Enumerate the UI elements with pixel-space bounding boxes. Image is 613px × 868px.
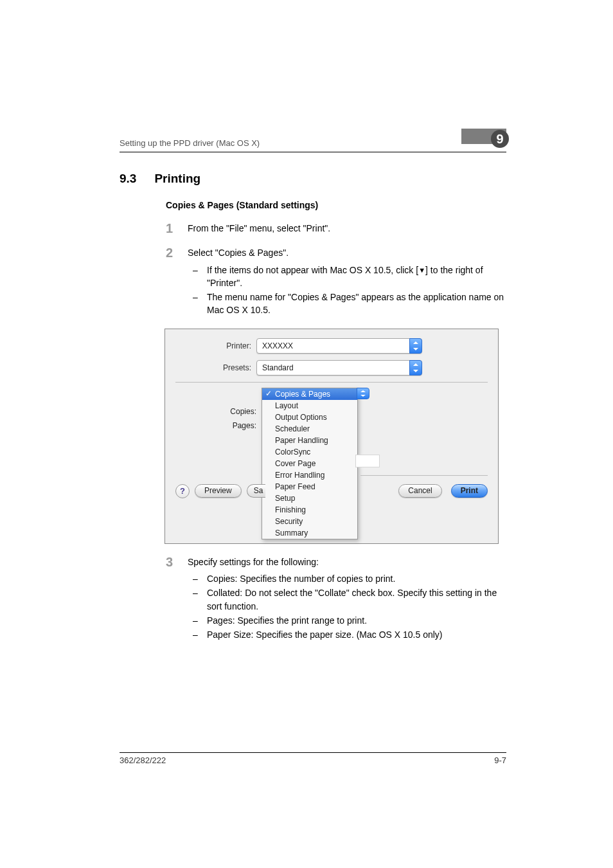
section-title: Printing <box>154 172 200 186</box>
menu-item-scheduler[interactable]: Scheduler <box>262 423 357 435</box>
printer-label: Printer: <box>175 341 256 350</box>
content-area: Setting up the PPD driver (Mac OS X) 9 9… <box>120 129 506 653</box>
help-button[interactable]: ? <box>175 484 190 498</box>
header-rule <box>120 152 506 152</box>
panel-divider-lower <box>360 475 488 476</box>
menu-item-colorsync[interactable]: ColorSync <box>262 446 357 458</box>
section-number: 9.3 <box>120 172 136 186</box>
presets-value: Standard <box>262 363 294 372</box>
step-3-number: 3 <box>166 553 173 572</box>
panel-body: Copies: Pages: Copies & Pages Layout Out… <box>175 388 488 536</box>
panel-divider <box>175 382 488 383</box>
running-header: Setting up the PPD driver (Mac OS X) 9 <box>120 129 506 148</box>
pages-label: Pages: <box>175 420 256 431</box>
step-1-number: 1 <box>166 219 173 238</box>
step-3-text: Specify settings for the following: <box>188 557 319 567</box>
printer-value: XXXXXX <box>262 341 293 350</box>
step-2-sub-2: The menu name for "Copies & Pages" appea… <box>188 291 506 317</box>
running-header-text: Setting up the PPD driver (Mac OS X) <box>120 138 260 148</box>
chapter-number: 9 <box>491 130 509 148</box>
step-2-number: 2 <box>166 244 173 262</box>
panel-labels: Copies: Pages: <box>175 406 256 431</box>
pane-select-cap <box>357 388 369 399</box>
stepper-icon <box>357 388 369 399</box>
step-3: 3 Specify settings for the following: Co… <box>166 556 506 642</box>
menu-item-cover-page[interactable]: Cover Page <box>262 458 357 469</box>
step-2: 2 Select "Copies & Pages". If the items … <box>166 246 506 316</box>
step-3-sub-2: Collated: Do not select the "Collate" ch… <box>188 586 506 613</box>
menu-item-error-handling[interactable]: Error Handling <box>262 469 357 481</box>
presets-row: Presets: Standard <box>175 360 488 375</box>
menu-item-copies-and-pages[interactable]: Copies & Pages <box>262 388 357 400</box>
step-2-sub-1: If the items do not appear with Mac OS X… <box>188 264 506 290</box>
step-3-sublist: Copies: Specifies the number of copies t… <box>188 572 506 641</box>
step-3-sub-3: Pages: Specifies the print range to prin… <box>188 614 506 627</box>
subsection-heading: Copies & Pages (Standard settings) <box>166 200 506 210</box>
footer-right: 9-7 <box>494 755 506 765</box>
stepper-icon <box>409 338 422 354</box>
step-2-sublist: If the items do not appear with Mac OS X… <box>188 264 506 317</box>
menu-item-setup[interactable]: Setup <box>262 493 357 504</box>
step-1-text: From the "File" menu, select "Print". <box>188 223 330 233</box>
dialog-bottom-right: Cancel Print <box>398 484 488 498</box>
print-button[interactable]: Print <box>451 484 488 498</box>
down-triangle-icon: ▼ <box>418 266 425 276</box>
copies-label: Copies: <box>175 406 256 417</box>
menu-item-paper-handling[interactable]: Paper Handling <box>262 435 357 446</box>
page-footer: 362/282/222 9-7 <box>120 752 506 765</box>
steps-list-continued: 3 Specify settings for the following: Co… <box>166 556 506 642</box>
stepper-icon <box>409 360 422 375</box>
printer-row: Printer: XXXXXX <box>175 338 488 354</box>
step-3-sub-4: Paper Size: Specifies the paper size. (M… <box>188 628 506 641</box>
step-2-sub-1a: If the items do not appear with Mac OS X… <box>207 265 418 275</box>
menu-item-layout[interactable]: Layout <box>262 400 357 411</box>
menu-item-paper-feed[interactable]: Paper Feed <box>262 481 357 493</box>
page: Setting up the PPD driver (Mac OS X) 9 9… <box>0 0 613 868</box>
preview-button[interactable]: Preview <box>195 484 242 498</box>
step-2-text: Select "Copies & Pages". <box>188 248 289 258</box>
step-1: 1 From the "File" menu, select "Print". <box>166 222 506 235</box>
menu-item-summary[interactable]: Summary <box>262 527 357 539</box>
menu-item-output-options[interactable]: Output Options <box>262 411 357 423</box>
menu-item-finishing[interactable]: Finishing <box>262 504 357 516</box>
presets-select[interactable]: Standard <box>256 360 422 375</box>
section-heading: 9.3 Printing <box>120 172 506 186</box>
dialog-bottom-left: ? Preview Sa <box>175 484 265 498</box>
ghost-field <box>355 455 380 467</box>
printer-select[interactable]: XXXXXX <box>256 338 422 354</box>
step-3-sub-1: Copies: Specifies the number of copies t… <box>188 572 506 585</box>
save-as-pdf-button-fragment[interactable]: Sa <box>247 484 265 498</box>
chapter-badge: 9 <box>461 129 506 148</box>
presets-label: Presets: <box>175 363 256 372</box>
print-dialog: Printer: XXXXXX Presets: Standard Copies… <box>164 329 499 544</box>
steps-list: 1 From the "File" menu, select "Print". … <box>166 222 506 317</box>
footer-left: 362/282/222 <box>120 755 166 765</box>
pane-select-menu[interactable]: Copies & Pages Layout Output Options Sch… <box>262 388 358 539</box>
cancel-button[interactable]: Cancel <box>398 484 441 498</box>
menu-item-security[interactable]: Security <box>262 516 357 527</box>
